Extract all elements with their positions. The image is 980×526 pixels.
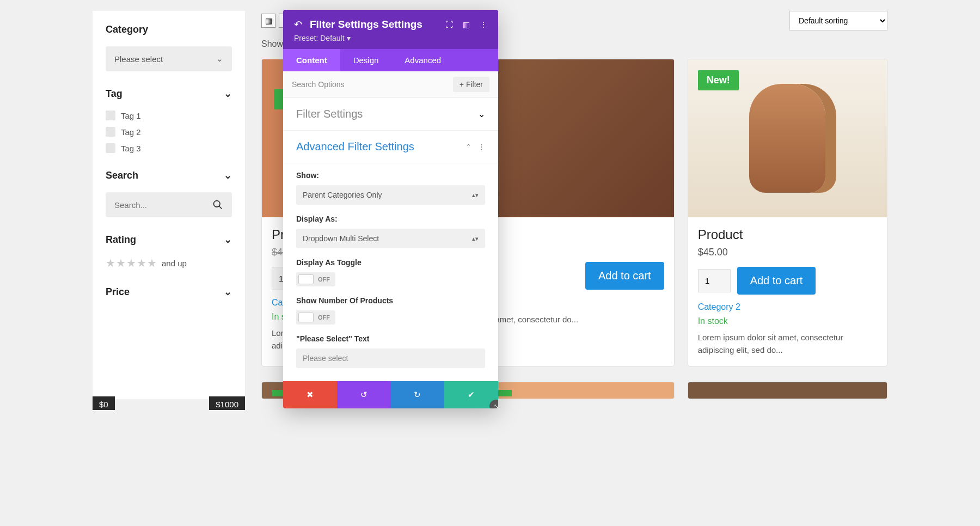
- filter-settings-section[interactable]: Filter Settings ⌄: [283, 98, 498, 131]
- tag-title: Tag: [106, 88, 122, 100]
- cancel-button[interactable]: ✖: [283, 381, 337, 408]
- new-badge: New!: [698, 70, 739, 90]
- chevron-down-icon: ⌄: [216, 54, 223, 64]
- show-number-label: Show Number Of Products: [296, 296, 485, 305]
- tab-design[interactable]: Design: [340, 49, 392, 71]
- search-section: Search ⌄: [106, 169, 232, 217]
- grid-view-button[interactable]: ▦: [261, 14, 275, 28]
- chevron-down-icon[interactable]: ⌄: [224, 88, 232, 100]
- modal-title: Filter Settings Settings: [310, 19, 422, 30]
- redo-icon: ↻: [414, 390, 421, 399]
- product-description: Lorem ipsum dolor sit amet, consectetur …: [698, 332, 877, 356]
- display-as-label: Display As:: [296, 215, 485, 223]
- search-input-wrap: [106, 192, 232, 217]
- plus-icon: +: [460, 80, 464, 89]
- add-to-cart-button[interactable]: Add to cart: [737, 267, 816, 295]
- more-icon[interactable]: ⋮: [478, 143, 485, 151]
- svg-point-0: [214, 201, 220, 207]
- search-title: Search: [106, 170, 138, 181]
- select-arrows-icon: ▴▾: [472, 192, 479, 199]
- sidebar: Category Please select ⌄ Tag ⌄ Tag 1 Tag…: [93, 11, 245, 399]
- display-toggle-label: Display As Toggle: [296, 258, 485, 267]
- svg-line-1: [219, 206, 222, 209]
- chevron-down-icon: ⌄: [478, 109, 485, 119]
- checkbox[interactable]: [106, 111, 115, 120]
- category-select[interactable]: Please select ⌄: [106, 46, 232, 71]
- product-image: [475, 382, 673, 399]
- tag-section: Tag ⌄ Tag 1 Tag 2 Tag 3: [106, 88, 232, 153]
- product-card[interactable]: New! Product $45.00 Add to cart Category…: [688, 59, 887, 366]
- price-section: Price ⌄: [106, 286, 232, 298]
- display-toggle[interactable]: OFF: [296, 272, 335, 286]
- redo-button[interactable]: ↻: [391, 381, 445, 408]
- expand-icon[interactable]: ⛶: [445, 20, 453, 29]
- settings-modal: ↶ Filter Settings Settings ⛶ ▥ ⋮ Preset:…: [283, 10, 498, 408]
- product-image: [688, 382, 887, 399]
- caret-down-icon: ▾: [347, 34, 351, 42]
- quantity-input[interactable]: [698, 269, 731, 292]
- advanced-filter-section[interactable]: Advanced Filter Settings ⌃ ⋮: [283, 131, 498, 163]
- show-label: Show:: [296, 171, 485, 180]
- tag-item[interactable]: Tag 2: [106, 127, 232, 137]
- rating-title: Rating: [106, 234, 136, 246]
- please-select-label: "Please Select" Text: [296, 334, 485, 343]
- select-arrows-icon: ▴▾: [472, 235, 479, 242]
- category-title: Category: [106, 24, 148, 35]
- show-select[interactable]: Parent Categories Only ▴▾: [296, 185, 485, 205]
- add-filter-button[interactable]: + Filter: [453, 77, 489, 92]
- price-title: Price: [106, 286, 130, 298]
- tag-item[interactable]: Tag 1: [106, 111, 232, 120]
- chevron-down-icon[interactable]: ⌄: [224, 234, 232, 246]
- more-icon[interactable]: ⋮: [480, 20, 487, 29]
- tab-advanced[interactable]: Advanced: [391, 49, 454, 71]
- checkbox[interactable]: [106, 127, 115, 137]
- tag-item[interactable]: Tag 3: [106, 143, 232, 153]
- rating-section: Rating ⌄ ★★★★★ and up: [106, 234, 232, 270]
- product-card[interactable]: Add to cart sit amet, consectetur do...: [474, 59, 674, 366]
- display-as-select[interactable]: Dropdown Multi Select ▴▾: [296, 229, 485, 248]
- category-link[interactable]: Category 2: [698, 302, 877, 312]
- add-to-cart-button[interactable]: Add to cart: [585, 262, 664, 290]
- preset-selector[interactable]: Preset: Default ▾: [294, 34, 487, 42]
- category-section: Category Please select ⌄: [106, 24, 232, 71]
- price-max[interactable]: $1000: [209, 396, 245, 410]
- product-card[interactable]: [688, 382, 887, 399]
- product-description: sit amet, consectetur do...: [485, 314, 664, 326]
- stock-status: In stock: [698, 316, 877, 326]
- chevron-down-icon[interactable]: ⌄: [224, 286, 232, 298]
- product-card[interactable]: [474, 382, 674, 399]
- close-icon: ✖: [307, 390, 314, 399]
- search-options[interactable]: Search Options: [292, 80, 345, 89]
- modal-tabs: Content Design Advanced: [283, 49, 498, 71]
- columns-icon[interactable]: ▥: [463, 20, 470, 29]
- search-icon[interactable]: [212, 199, 223, 211]
- search-input[interactable]: [114, 200, 212, 210]
- chevron-up-icon: ⌃: [465, 143, 471, 151]
- sort-select[interactable]: Default sorting: [789, 11, 887, 30]
- check-icon: ✔: [468, 390, 475, 399]
- undo-icon: ↺: [360, 390, 367, 399]
- product-price: $45.00: [698, 247, 877, 258]
- chevron-down-icon[interactable]: ⌄: [224, 169, 232, 181]
- back-button[interactable]: ↶: [294, 19, 302, 30]
- star-icon: ★★★★★: [106, 256, 157, 270]
- rating-filter[interactable]: ★★★★★ and up: [106, 256, 232, 270]
- show-number-toggle[interactable]: OFF: [296, 310, 335, 325]
- price-min[interactable]: $0: [93, 396, 115, 410]
- modal-header: ↶ Filter Settings Settings ⛶ ▥ ⋮ Preset:…: [283, 10, 498, 49]
- product-title: Product: [698, 227, 877, 242]
- modal-footer: ✖ ↺ ↻ ✔: [283, 381, 498, 408]
- please-select-input[interactable]: [296, 348, 485, 368]
- product-image: [475, 59, 673, 217]
- undo-button[interactable]: ↺: [337, 381, 391, 408]
- tab-content[interactable]: Content: [283, 49, 340, 71]
- checkbox[interactable]: [106, 143, 115, 153]
